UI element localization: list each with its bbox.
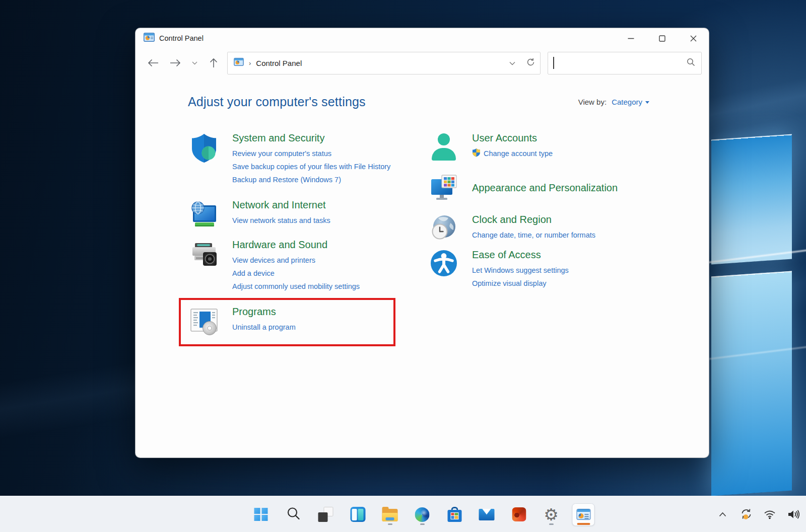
- running-indicator: [420, 523, 425, 525]
- search-icon[interactable]: [687, 58, 695, 68]
- network-and-internet-link[interactable]: Network and Internet: [232, 199, 330, 211]
- close-button[interactable]: [678, 28, 709, 48]
- change-date-time-link[interactable]: Change date, time, or number formats: [472, 229, 595, 242]
- control-panel-taskbar-button[interactable]: [572, 503, 595, 526]
- refresh-icon[interactable]: [526, 58, 535, 68]
- search-icon: [286, 506, 300, 522]
- taskbar: ⚙: [0, 496, 806, 532]
- gear-icon: ⚙: [544, 506, 559, 523]
- clock-and-region-link[interactable]: Clock and Region: [472, 214, 595, 225]
- forward-icon[interactable]: [167, 54, 184, 71]
- chevron-down-icon: [645, 101, 649, 104]
- programs-icon: [188, 306, 220, 336]
- active-indicator: [577, 523, 590, 525]
- office-button[interactable]: [508, 503, 530, 526]
- mobility-settings-link[interactable]: Adjust commonly used mobility settings: [232, 280, 360, 293]
- view-devices-printers-link[interactable]: View devices and printers: [232, 254, 360, 267]
- category-programs[interactable]: Programs Uninstall a program: [188, 306, 393, 336]
- mail-button[interactable]: [476, 503, 498, 526]
- running-indicator: [388, 523, 392, 525]
- appearance-personalization-link[interactable]: Appearance and Personalization: [472, 182, 618, 194]
- ease-of-access-link[interactable]: Ease of Access: [472, 249, 569, 261]
- main-content: Adjust your computer's settings View by:…: [136, 78, 709, 346]
- user-accounts-link[interactable]: User Accounts: [472, 132, 553, 144]
- programs-link[interactable]: Programs: [232, 306, 296, 318]
- network-icon: [188, 199, 220, 231]
- back-icon[interactable]: [145, 54, 162, 71]
- shield-icon: [188, 132, 220, 186]
- volume-icon[interactable]: [786, 507, 801, 522]
- start-button[interactable]: [250, 503, 273, 526]
- printer-speaker-icon: [188, 239, 220, 293]
- wallpaper-light-streak: [705, 249, 806, 264]
- ease-of-access-icon: [428, 249, 460, 290]
- change-account-type-link[interactable]: Change account type: [484, 147, 553, 160]
- optimize-visual-display-link[interactable]: Optimize visual display: [472, 277, 569, 290]
- office-icon: [512, 507, 526, 521]
- running-indicator: [549, 523, 554, 525]
- address-bar[interactable]: › Control Panel: [227, 52, 541, 74]
- window-title: Control Panel: [159, 34, 204, 42]
- taskbar-search-button[interactable]: [282, 503, 305, 526]
- category-network-and-internet: Network and Internet View network status…: [188, 199, 428, 231]
- sync-icon[interactable]: [738, 507, 754, 522]
- view-network-status-link[interactable]: View network status and tasks: [232, 214, 330, 227]
- edge-icon: [415, 507, 430, 522]
- hardware-and-sound-link[interactable]: Hardware and Sound: [232, 239, 360, 251]
- windows-logo-icon: [254, 508, 268, 521]
- widgets-icon: [350, 507, 365, 522]
- clock-globe-icon: [428, 214, 460, 243]
- titlebar: Control Panel: [136, 28, 709, 48]
- add-device-link[interactable]: Add a device: [232, 267, 360, 280]
- uac-shield-icon: [472, 148, 481, 159]
- review-computer-status-link[interactable]: Review your computer's status: [232, 147, 390, 160]
- category-system-and-security: System and Security Review your computer…: [188, 132, 428, 186]
- navigation-bar: › Control Panel: [136, 48, 709, 78]
- category-ease-of-access: Ease of Access Let Windows suggest setti…: [428, 249, 690, 290]
- maximize-button[interactable]: [646, 28, 678, 48]
- category-appearance-personalization: Appearance and Personalization: [428, 173, 690, 203]
- highlight-box: Programs Uninstall a program: [179, 298, 395, 346]
- backup-restore-link[interactable]: Backup and Restore (Windows 7): [232, 173, 390, 186]
- file-history-link[interactable]: Save backup copies of your files with Fi…: [232, 160, 390, 173]
- store-icon: [447, 508, 461, 522]
- file-explorer-icon: [382, 509, 398, 521]
- wifi-icon[interactable]: [762, 507, 777, 522]
- windows-suggest-settings-link[interactable]: Let Windows suggest settings: [472, 264, 569, 277]
- task-view-button[interactable]: [314, 503, 337, 526]
- edge-button[interactable]: [411, 503, 434, 526]
- control-panel-icon: [576, 509, 590, 520]
- uninstall-program-link[interactable]: Uninstall a program: [232, 321, 296, 334]
- control-panel-icon: [234, 58, 244, 68]
- page-title: Adjust your computer's settings: [188, 95, 366, 109]
- view-by-label: View by:: [578, 98, 607, 106]
- settings-button[interactable]: ⚙: [540, 503, 563, 526]
- tray-expand-chevron-icon[interactable]: [715, 507, 730, 522]
- search-input[interactable]: [548, 52, 702, 74]
- breadcrumb[interactable]: Control Panel: [256, 59, 302, 67]
- mail-icon: [479, 509, 495, 520]
- file-explorer-button[interactable]: [379, 503, 401, 526]
- task-view-icon: [318, 507, 333, 522]
- text-caret: [553, 57, 554, 69]
- system-and-security-link[interactable]: System and Security: [232, 132, 390, 144]
- view-by-dropdown[interactable]: Category: [612, 98, 649, 106]
- minimize-button[interactable]: [615, 28, 646, 48]
- category-hardware-and-sound: Hardware and Sound View devices and prin…: [188, 239, 428, 293]
- wallpaper-light-streak: [705, 346, 806, 360]
- wallpaper-window-pane: [711, 134, 792, 264]
- control-panel-icon: [144, 33, 155, 44]
- up-icon[interactable]: [205, 54, 222, 71]
- user-icon: [428, 132, 460, 161]
- address-dropdown-chevron-icon[interactable]: [509, 58, 515, 67]
- widgets-button[interactable]: [347, 503, 369, 526]
- category-clock-and-region: Clock and Region Change date, time, or n…: [428, 214, 690, 243]
- microsoft-store-button[interactable]: [443, 503, 466, 526]
- wallpaper-window-pane: [711, 271, 792, 496]
- category-user-accounts: User Accounts Change account type: [428, 132, 690, 161]
- control-panel-window: Control Panel: [135, 28, 709, 458]
- recent-locations-chevron-icon[interactable]: [189, 54, 200, 71]
- desktop: { "window": { "title": "Control Panel", …: [0, 0, 806, 532]
- personalization-icon: [428, 173, 460, 203]
- breadcrumb-separator: ›: [249, 59, 251, 67]
